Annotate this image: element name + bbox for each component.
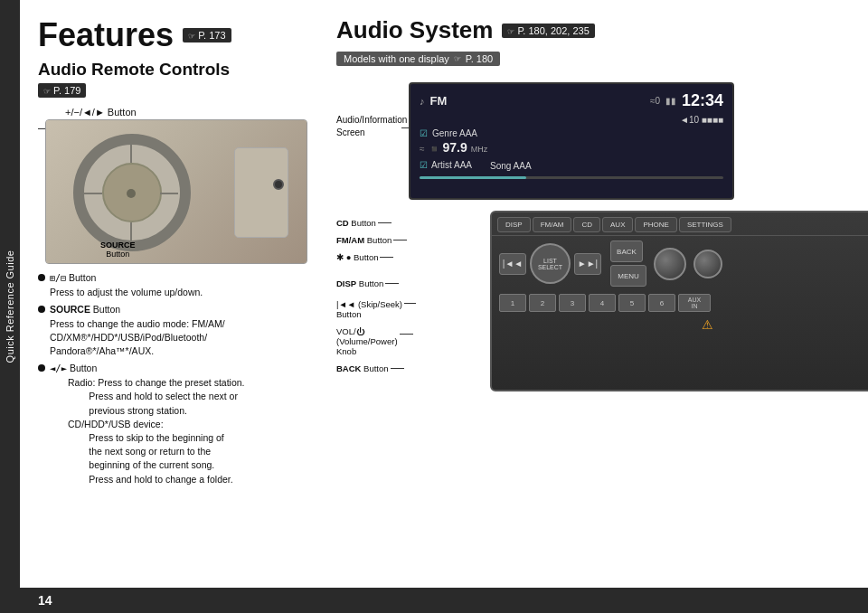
cd-button-label: CD Button xyxy=(336,218,418,228)
progress-bar-bg xyxy=(420,176,723,179)
genre-label: Genre AAA xyxy=(432,128,477,138)
skip-back-btn[interactable]: |◄◄ xyxy=(499,253,526,275)
bullet-volume: ⊞/⊟ Button Press to adjust the volume up… xyxy=(38,271,314,299)
list-select-btn[interactable]: LIST SELECT xyxy=(530,243,571,284)
skip-back-label: |◄◄ (Skip/Seek)Button xyxy=(336,299,418,319)
song-label: Song AAA xyxy=(490,161,532,171)
disp-button-label: DISP Button xyxy=(336,278,418,288)
selector-knob[interactable] xyxy=(693,250,722,278)
bullet-seek: ◄/► Button Radio: Press to change the pr… xyxy=(38,362,314,486)
panel-middle-row: |◄◄ LIST SELECT ►►| BACK MENU xyxy=(492,236,868,291)
bullet-vol-label: Button xyxy=(69,272,96,283)
settings-btn[interactable]: SETTINGS xyxy=(679,217,731,232)
battery-icon: ▮▮ xyxy=(665,96,676,106)
signal-icon: ≈0 xyxy=(650,96,660,106)
preset-5-btn[interactable]: 5 xyxy=(618,294,646,312)
bullet-seek-radio: Radio: Press to change the preset statio… xyxy=(50,376,245,418)
screen-volume: ◄10 ■■■■ xyxy=(420,115,723,125)
source-button[interactable] xyxy=(273,179,284,190)
preset-1-btn[interactable]: 1 xyxy=(499,294,526,312)
skip-fwd-btn[interactable]: ►►| xyxy=(574,253,601,275)
screen-source: FM xyxy=(430,94,448,108)
fmam-button-label: FM/AM Button xyxy=(336,235,418,245)
features-title: Features xyxy=(38,16,174,54)
audio-info-label: Audio/Information Screen xyxy=(336,114,407,139)
screen-freq: 97.9 xyxy=(443,140,467,155)
phone-btn[interactable]: PHONE xyxy=(635,217,676,232)
sidebar-label: Quick Reference Guide xyxy=(5,250,15,363)
section-ref: ☞ P. 179 xyxy=(38,83,86,98)
preset-3-btn[interactable]: 3 xyxy=(559,294,586,312)
aux-in-btn[interactable]: AUXIN xyxy=(678,294,711,312)
audio-screen: ♪ FM ≈0 ▮▮ 12:34 ◄10 ■■■■ ☑ Genre AAA xyxy=(409,82,734,200)
audio-system-title: Audio System ☞ P. 180, 202, 235 xyxy=(336,16,868,44)
artist-check: ☑ xyxy=(420,160,428,170)
preset-4-btn[interactable]: 4 xyxy=(589,294,616,312)
vol-knob-label: VOL/⏻(Volume/Power)Knob xyxy=(336,326,418,356)
aux-btn[interactable]: AUX xyxy=(602,217,633,232)
audio-screen-section: Audio/Information Screen ♪ FM ≈0 ▮▮ xyxy=(336,82,868,200)
ast-button-label: ✱ ● Button xyxy=(336,252,418,262)
warning-area: ⚠ xyxy=(492,315,868,335)
bullet-vol-desc: Press to adjust the volume up/down. xyxy=(50,286,203,299)
bullet-seek-cd: CD/HDD*/USB device: Press to skip to the… xyxy=(50,418,245,486)
source-sub-label: Button xyxy=(100,250,136,259)
button-diagram: +/−/◄/► Button xyxy=(38,107,314,264)
genre-check: ☑ xyxy=(420,128,428,138)
screen-mhz: MHz xyxy=(471,145,488,154)
audio-panel: DISP FM/AM CD AUX PHONE SETTINGS |◄◄ LIS… xyxy=(490,211,868,391)
screen-bar: ◾ xyxy=(429,144,439,154)
back-btn[interactable]: BACK xyxy=(610,240,643,262)
page-footer: 14 xyxy=(20,588,868,613)
left-panel-labels: CD Button FM/AM Button ✱ ● Button DISP B… xyxy=(336,211,418,391)
cd-btn[interactable]: CD xyxy=(573,217,600,232)
menu-btn[interactable]: MENU xyxy=(610,265,646,287)
right-column: Audio System ☞ P. 180, 202, 235 Models w… xyxy=(327,16,868,579)
back-button-label: BACK Button xyxy=(336,363,418,373)
page-number: 14 xyxy=(38,593,52,608)
bullet-source: SOURCE Button Press to change the audio … xyxy=(38,303,314,358)
music-note-icon: ♪ xyxy=(420,96,425,107)
warning-icon: ⚠ xyxy=(702,317,713,332)
button-top-label: +/−/◄/► Button xyxy=(65,107,314,118)
sidebar: Quick Reference Guide xyxy=(0,0,20,613)
models-badge: Models with one display ☞ P. 180 xyxy=(336,52,500,66)
screen-time: 12:34 xyxy=(682,91,723,110)
preset-6-btn[interactable]: 6 xyxy=(648,294,675,312)
screen-signal2: ≈ xyxy=(420,144,425,154)
features-ref: ☞ P. 173 xyxy=(183,28,231,42)
preset-row: 1 2 3 4 5 6 AUXIN xyxy=(492,291,868,315)
bullet-list: ⊞/⊟ Button Press to adjust the volume up… xyxy=(38,271,314,486)
source-label: SOURCE xyxy=(100,240,136,250)
audio-panel-section: CD Button FM/AM Button ✱ ● Button DISP B… xyxy=(336,211,868,391)
left-column: Features ☞ P. 173 Audio Remote Controls … xyxy=(38,16,327,579)
section-title: Audio Remote Controls xyxy=(38,60,314,80)
disp-btn[interactable]: DISP xyxy=(497,217,531,232)
vol-knob[interactable] xyxy=(654,248,686,280)
artist-label: Artist AAA xyxy=(431,160,472,170)
fmam-btn[interactable]: FM/AM xyxy=(533,217,572,232)
progress-bar-fill xyxy=(420,176,526,179)
bullet-source-desc: Press to change the audio mode: FM/AM/CD… xyxy=(50,317,225,359)
steering-wheel-diagram: SOURCE Button xyxy=(45,119,307,264)
sw-center-dot xyxy=(127,189,136,198)
panel-top-row: DISP FM/AM CD AUX PHONE SETTINGS xyxy=(492,212,868,236)
audio-system-ref: ☞ P. 180, 202, 235 xyxy=(502,24,594,38)
page-title: Features ☞ P. 173 xyxy=(38,16,314,54)
preset-2-btn[interactable]: 2 xyxy=(529,294,556,312)
